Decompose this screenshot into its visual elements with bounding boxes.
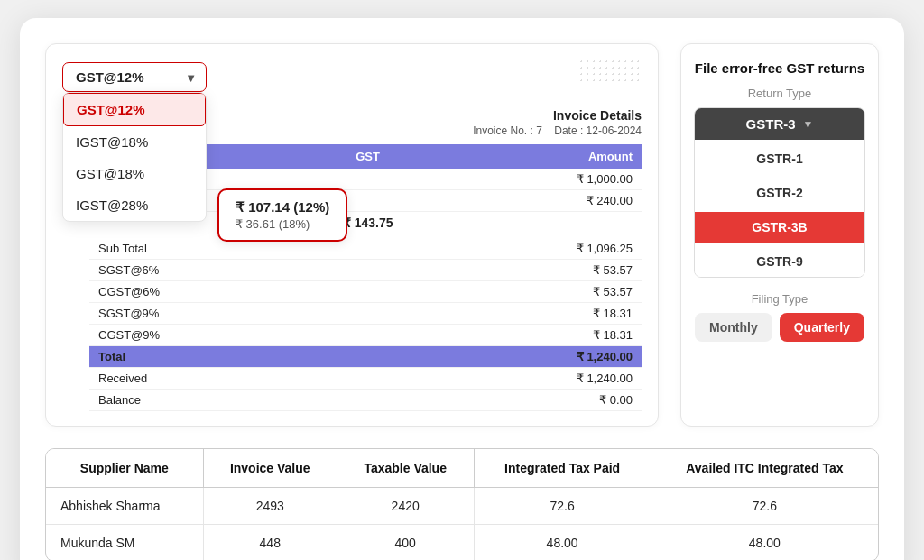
gstr-item-gstr9[interactable]: GSTR-9 (695, 246, 864, 277)
invoice-no-label: Invoice No. : (473, 124, 533, 137)
dropdown-item-igst18[interactable]: IGST@18% (63, 126, 206, 158)
gstr-item-gstr3b[interactable]: GSTR-3B (695, 212, 864, 243)
gstr3-arrow-icon: ▼ (803, 118, 814, 131)
sub-row: SGST@6% ₹ 53.57 (89, 260, 642, 281)
total-row: Total ₹ 1,240.00 (89, 346, 642, 368)
col-amount: Amount (454, 144, 642, 169)
cell-supplier-1: Abhishek Sharma (46, 488, 203, 525)
sub-label: SGST@9% (89, 303, 375, 325)
gst-tooltip-line1: ₹ 107.14 (12%) (236, 199, 329, 216)
sub-value: ₹ 18.31 (375, 303, 642, 325)
table-header-row: Supplier Name Invoice Value Taxable Valu… (46, 449, 878, 488)
filing-type-row: Monthly Quarterly (694, 313, 865, 342)
sub-value: ₹ 53.57 (375, 260, 642, 281)
dropdown-item-gst18[interactable]: GST@18% (63, 158, 206, 189)
dropdown-item-gst12[interactable]: GST@12% (63, 93, 206, 126)
th-supplier-name: Supplier Name (46, 449, 203, 488)
sub-row: Balance ₹ 0.00 (89, 390, 642, 411)
sub-value: ₹ 1,096.25 (375, 238, 642, 260)
cell-integrated-2: 48.00 (474, 525, 651, 561)
dropdown-item-igst28[interactable]: IGST@28% (63, 189, 206, 221)
sub-label: CGST@9% (89, 325, 375, 346)
row1-gst (282, 169, 454, 190)
total-label: Total (89, 346, 375, 368)
sub-value: ₹ 53.57 (375, 281, 642, 303)
dropdown-menu: GST@12% IGST@18% GST@18% IGST@28% (62, 92, 207, 222)
cell-integrated-1: 72.6 (474, 488, 651, 525)
gst-tooltip: ₹ 107.14 (12%) ₹ 36.61 (18%) (217, 188, 347, 242)
cell-availed-1: 72.6 (651, 488, 878, 525)
invoice-date-label: Date : (554, 124, 583, 137)
return-type-label: Return Type (694, 87, 865, 100)
th-taxable-value: Taxable Value (337, 449, 474, 488)
table-row: Mukunda SM 448 400 48.00 48.00 (46, 525, 878, 561)
gstr-list: GSTR-3 ▼ GSTR-1 GSTR-2 GSTR-3B GSTR-9 (694, 107, 865, 278)
gstr-item-gstr2[interactable]: GSTR-2 (695, 178, 864, 208)
th-integrated-tax: Integrated Tax Paid (474, 449, 651, 488)
cell-supplier-2: Mukunda SM (46, 525, 203, 561)
sub-row: CGST@6% ₹ 53.57 (89, 281, 642, 303)
row1-amount: ₹ 1,000.00 (454, 169, 642, 190)
gstr-item-gstr1[interactable]: GSTR-1 (695, 143, 864, 174)
received-value: ₹ 1,240.00 (375, 368, 642, 390)
dotted-pattern (578, 59, 642, 86)
dropdown-arrow-icon: ▼ (185, 70, 197, 84)
sub-value: ₹ 18.31 (375, 325, 642, 346)
sub-label: CGST@6% (89, 281, 375, 303)
received-label: Received (89, 368, 375, 390)
gst-tooltip-line2: ₹ 36.61 (18%) (236, 217, 329, 231)
sub-row: Received ₹ 1,240.00 (89, 368, 642, 390)
top-section: GST@12% ▼ GST@12% IGST@18% GST@18% IGST@… (45, 43, 879, 427)
cell-invoice-2: 448 (203, 525, 337, 561)
monthly-button[interactable]: Monthly (695, 313, 772, 342)
row2-amount: ₹ 240.00 (454, 190, 642, 212)
col-gst: GST (282, 144, 454, 169)
bottom-table: Supplier Name Invoice Value Taxable Valu… (46, 449, 878, 560)
sub-row: Sub Total ₹ 1,096.25 (89, 238, 642, 260)
cell-taxable-1: 2420 (337, 488, 474, 525)
cell-invoice-1: 2493 (203, 488, 337, 525)
total-value: ₹ 1,240.00 (375, 346, 642, 368)
total-gst-amt (454, 212, 642, 234)
gst-dropdown-btn[interactable]: GST@12% ▼ (62, 62, 207, 92)
main-card: GST@12% ▼ GST@12% IGST@18% GST@18% IGST@… (20, 18, 904, 560)
th-invoice-value: Invoice Value (203, 449, 337, 488)
balance-value: ₹ 0.00 (375, 390, 642, 411)
right-panel-title: File error-free GST returns (694, 60, 865, 76)
sub-row: SGST@9% ₹ 18.31 (89, 303, 642, 325)
sub-row: CGST@9% ₹ 18.31 (89, 325, 642, 346)
balance-label: Balance (89, 390, 375, 411)
table-row: Abhishek Sharma 2493 2420 72.6 72.6 (46, 488, 878, 525)
sub-label: SGST@6% (89, 260, 375, 281)
left-panel: GST@12% ▼ GST@12% IGST@18% GST@18% IGST@… (45, 43, 659, 427)
quarterly-button[interactable]: Quarterly (780, 313, 864, 342)
right-panel: File error-free GST returns Return Type … (680, 43, 879, 427)
dropdown-container: GST@12% ▼ GST@12% IGST@18% GST@18% IGST@… (62, 62, 207, 92)
sub-rows-table: Sub Total ₹ 1,096.25 SGST@6% ₹ 53.57 CGS… (89, 238, 642, 411)
invoice-no-value: 7 (536, 124, 542, 137)
bottom-table-wrapper: Supplier Name Invoice Value Taxable Valu… (45, 448, 879, 560)
dropdown-selected-value: GST@12% (76, 69, 143, 85)
gstr3-label: GSTR-3 (746, 116, 796, 132)
th-availed-itc: Availed ITC Integrated Tax (651, 449, 878, 488)
invoice-date-value: 12-06-2024 (587, 124, 642, 137)
filing-type-label: Filing Type (694, 292, 865, 306)
cell-availed-2: 48.00 (651, 525, 878, 561)
gstr-item-gstr3[interactable]: GSTR-3 ▼ (695, 108, 864, 140)
cell-taxable-2: 400 (337, 525, 474, 561)
